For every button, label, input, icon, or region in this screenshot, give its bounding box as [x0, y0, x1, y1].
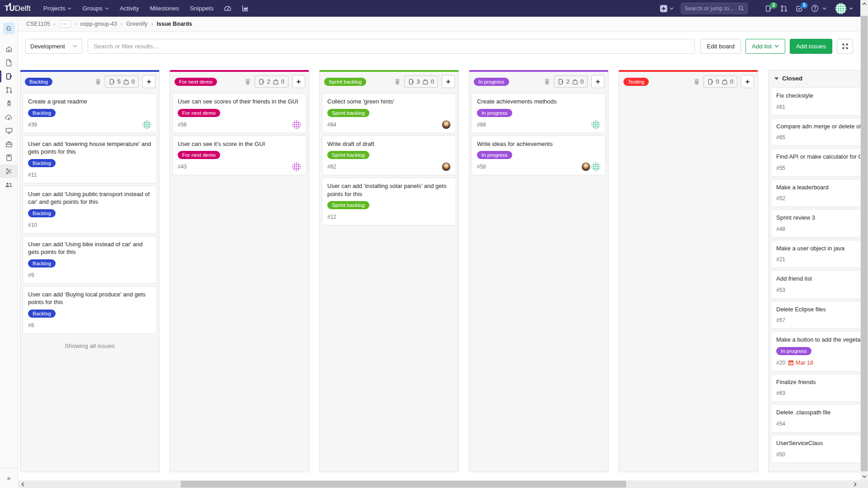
issue-card[interactable]: Write ideas for achievements In progress…: [472, 136, 606, 176]
issue-card[interactable]: User can add 'Using bike instead of car'…: [23, 236, 157, 284]
sidebar-item-repository[interactable]: [0, 56, 18, 70]
assignee-avatar[interactable]: [292, 162, 301, 171]
column-label[interactable]: In progress: [474, 78, 509, 86]
add-issues-button[interactable]: Add issues: [790, 39, 832, 54]
navbar-merge-requests-button[interactable]: [780, 5, 788, 12]
collapse-caret-icon[interactable]: [774, 77, 779, 80]
column-label[interactable]: Testing: [623, 78, 649, 86]
sidebar-item-packages[interactable]: [0, 137, 18, 151]
issue-card[interactable]: Delete Eclipse files #57: [771, 301, 860, 329]
column-label[interactable]: Backlog: [25, 78, 52, 86]
horizontal-scrollbar[interactable]: [18, 480, 860, 488]
column-label[interactable]: For next demo: [175, 78, 217, 86]
card-label[interactable]: Sprint backlog: [327, 151, 369, 159]
project-avatar[interactable]: G: [3, 23, 15, 34]
horizontal-scroll-thumb[interactable]: [181, 481, 626, 488]
vertical-scroll-thumb[interactable]: [861, 16, 868, 471]
issue-card[interactable]: Find API or make calculator for CO2 #55: [771, 148, 860, 177]
vertical-scrollbar[interactable]: [860, 0, 868, 488]
scroll-right-arrow[interactable]: [850, 482, 859, 487]
issue-card[interactable]: User can add 'Buying local produce' and …: [23, 286, 157, 334]
issue-card[interactable]: User can add 'installing solar panels' a…: [322, 178, 456, 225]
breadcrumb-item[interactable]: CSE1105: [26, 21, 50, 27]
issue-card[interactable]: User can add 'lowering house temperature…: [23, 136, 157, 183]
issue-card[interactable]: Make a button to add the vegetarian In p…: [771, 331, 860, 371]
delete-list-button[interactable]: [544, 78, 550, 85]
navbar-issues-button[interactable]: 3: [765, 5, 772, 12]
sidebar-item-cicd[interactable]: [0, 97, 18, 110]
edit-board-button[interactable]: Edit board: [700, 39, 741, 54]
assignee-avatar[interactable]: [442, 162, 451, 171]
global-search-input[interactable]: [684, 5, 738, 12]
card-label[interactable]: For next demo: [178, 151, 220, 159]
issue-card[interactable]: UserServiceClass #50: [771, 435, 860, 463]
assignee-avatar[interactable]: [591, 120, 600, 129]
nav-projects[interactable]: Projects: [43, 5, 72, 12]
board-switcher[interactable]: Development: [25, 39, 82, 54]
add-issue-to-list-button[interactable]: +: [142, 75, 156, 88]
help-menu-button[interactable]: [811, 5, 826, 12]
delete-list-button[interactable]: [693, 78, 700, 85]
breadcrumb-item[interactable]: Greenify: [126, 21, 147, 27]
assignee-avatar[interactable]: [442, 120, 451, 129]
assignee-avatar[interactable]: [581, 162, 590, 171]
add-issue-to-list-button[interactable]: +: [442, 75, 455, 88]
sidebar-item-overview[interactable]: [0, 42, 18, 56]
add-list-button[interactable]: Add list: [745, 39, 785, 54]
tudelft-logo[interactable]: TUDelft: [5, 4, 31, 13]
add-issue-to-list-button[interactable]: +: [741, 75, 754, 88]
card-label[interactable]: In progress: [776, 347, 811, 355]
issue-filter-input[interactable]: [94, 43, 689, 50]
issue-card[interactable]: Make a leaderboard #52: [771, 179, 860, 207]
sidebar-item-operations[interactable]: [0, 110, 18, 124]
issue-card[interactable]: Delete .classpath file #54: [771, 404, 860, 432]
card-label[interactable]: Backlog: [28, 259, 56, 267]
sidebar-item-snippets[interactable]: [0, 164, 18, 178]
breadcrumb-item[interactable]: oopp-group-43: [80, 21, 117, 27]
delete-list-button[interactable]: [95, 78, 101, 85]
assignee-avatar[interactable]: [591, 162, 600, 171]
issue-card[interactable]: Add friend list #53: [771, 270, 860, 299]
issue-card[interactable]: Create achievements methods In progress …: [472, 93, 606, 133]
scroll-left-arrow[interactable]: [18, 482, 27, 487]
card-label[interactable]: For next demo: [178, 109, 220, 117]
nav-activity[interactable]: Activity: [120, 5, 139, 12]
card-label[interactable]: In progress: [477, 109, 512, 117]
nav-snippets[interactable]: Snippets: [190, 5, 214, 12]
issue-card[interactable]: Collect some 'green hints' Sprint backlo…: [322, 93, 456, 133]
fullscreen-button[interactable]: [837, 39, 853, 54]
add-issue-to-list-button[interactable]: +: [591, 75, 604, 88]
issue-card[interactable]: User can see it's score in the GUI For n…: [172, 136, 307, 176]
analytics-icon[interactable]: [241, 5, 249, 12]
card-label[interactable]: Backlog: [28, 109, 56, 117]
card-label[interactable]: Backlog: [28, 310, 56, 318]
scroll-up-arrow[interactable]: [860, 0, 868, 8]
sidebar-item-wiki[interactable]: [0, 151, 18, 164]
breadcrumb-ellipsis[interactable]: ···: [59, 20, 71, 28]
navbar-todos-button[interactable]: 5: [796, 5, 803, 12]
new-menu-button[interactable]: [660, 5, 674, 12]
operations-dashboard-icon[interactable]: [224, 5, 231, 12]
issue-card[interactable]: User can see scores of their friends in …: [172, 93, 307, 133]
card-label[interactable]: Sprint backlog: [327, 109, 369, 117]
add-issue-to-list-button[interactable]: +: [292, 75, 305, 88]
assignee-avatar[interactable]: [142, 120, 151, 129]
sidebar-item-analytics[interactable]: [0, 124, 18, 137]
nav-groups[interactable]: Groups: [82, 5, 108, 12]
issue-card[interactable]: Make a user object in java #21: [771, 240, 860, 268]
nav-milestones[interactable]: Milestones: [150, 5, 179, 12]
sidebar-item-merge-requests[interactable]: [0, 83, 18, 97]
breadcrumb-item[interactable]: Issue Boards: [157, 21, 193, 27]
sidebar-collapse-button[interactable]: »: [0, 468, 18, 482]
scroll-down-arrow[interactable]: [860, 473, 868, 480]
card-label[interactable]: Backlog: [28, 209, 56, 217]
column-label[interactable]: Sprint backlog: [324, 78, 366, 86]
sidebar-item-issues[interactable]: [0, 70, 18, 83]
card-label[interactable]: Sprint backlog: [327, 201, 369, 209]
assignee-avatar[interactable]: [292, 120, 301, 129]
delete-list-button[interactable]: [245, 78, 251, 85]
card-label[interactable]: In progress: [477, 151, 512, 159]
issue-card[interactable]: Create a great readme Backlog #39: [23, 93, 157, 133]
card-label[interactable]: Backlog: [28, 159, 56, 167]
user-avatar[interactable]: [835, 3, 846, 14]
